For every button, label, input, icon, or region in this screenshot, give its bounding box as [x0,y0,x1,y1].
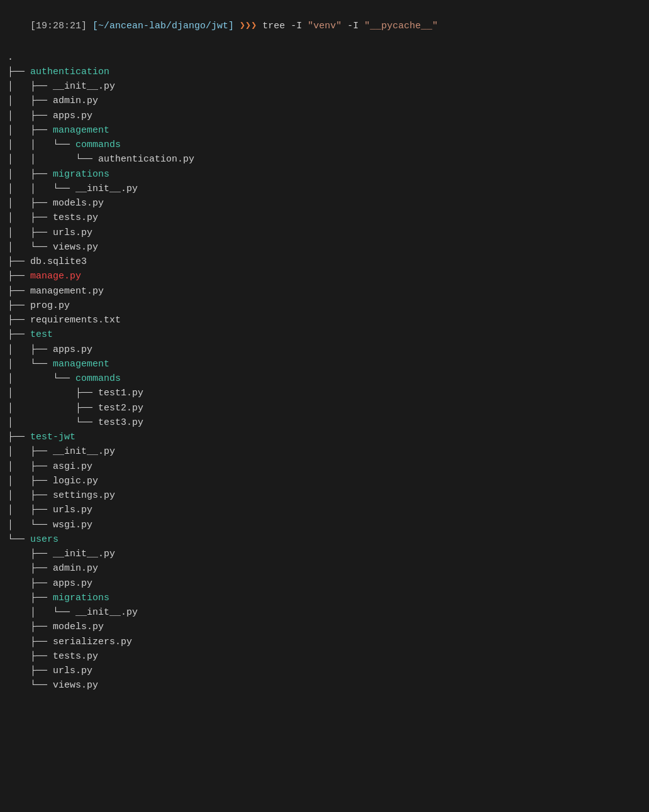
list-item: │ └── commands [8,371,641,386]
list-item: │ │ └── __init__.py [8,182,641,196]
command: tree [257,21,285,31]
list-item: │ ├── admin.py [8,94,641,108]
list-item: │ └── test3.py [8,415,641,430]
command-line: [19:28:21] [~/ancean-lab/django/jwt] ❯❯❯… [8,5,641,48]
tree-root: . [8,50,641,65]
tree-output: . ├── authentication │ ├── __init__.py │… [8,50,641,693]
list-item: │ ├── apps.py [8,109,641,123]
list-item: │ └── management [8,357,641,371]
list-item: ├── prog.py [8,299,641,313]
list-item: └── views.py [8,678,641,693]
flag1: -I [285,21,302,31]
list-item: │ ├── test1.py [8,386,641,400]
list-item: ├── manage.py [8,269,641,283]
list-item: ├── migrations [8,591,641,605]
list-item: │ ├── urls.py [8,503,641,517]
list-item: │ └── wsgi.py [8,518,641,532]
list-item: │ │ └── commands [8,138,641,152]
list-item: │ ├── apps.py [8,343,641,357]
list-item: │ ├── models.py [8,196,641,211]
list-item: ├── urls.py [8,664,641,678]
list-item: │ ├── __init__.py [8,79,641,94]
list-item: │ ├── urls.py [8,226,641,240]
list-item: ├── apps.py [8,576,641,591]
list-item: │ ├── migrations [8,167,641,182]
list-item: │ └── __init__.py [8,605,641,620]
list-item: ├── admin.py [8,561,641,576]
list-item: │ ├── logic.py [8,474,641,488]
list-item: ├── requirements.txt [8,313,641,327]
list-item: │ ├── asgi.py [8,459,641,474]
list-item: │ ├── settings.py [8,488,641,503]
list-item: │ └── views.py [8,240,641,255]
list-item: ├── models.py [8,620,641,634]
flag2: -I [341,21,358,31]
list-item: ├── db.sqlite3 [8,255,641,269]
path: [~/ancean-lab/django/jwt] [87,21,234,31]
timestamp: [19:28:21] [30,21,87,31]
list-item: ├── tests.py [8,649,641,664]
list-item: ├── test-jwt [8,430,641,444]
prompt: ❯❯❯ [234,21,257,31]
list-item: │ ├── management [8,123,641,138]
list-item: ├── management.py [8,284,641,299]
list-item: │ ├── __init__.py [8,444,641,459]
terminal-container: [19:28:21] [~/ancean-lab/django/jwt] ❯❯❯… [8,5,641,693]
list-item: │ ├── test2.py [8,401,641,415]
arg2: "__pycache__" [358,21,438,31]
list-item: ├── test [8,327,641,342]
list-item: ├── serializers.py [8,635,641,649]
list-item: │ │ └── authentication.py [8,152,641,167]
list-item: └── users [8,532,641,547]
list-item: ├── authentication [8,65,641,79]
list-item: │ ├── tests.py [8,211,641,225]
arg1: "venv" [302,21,341,31]
list-item: ├── __init__.py [8,547,641,561]
